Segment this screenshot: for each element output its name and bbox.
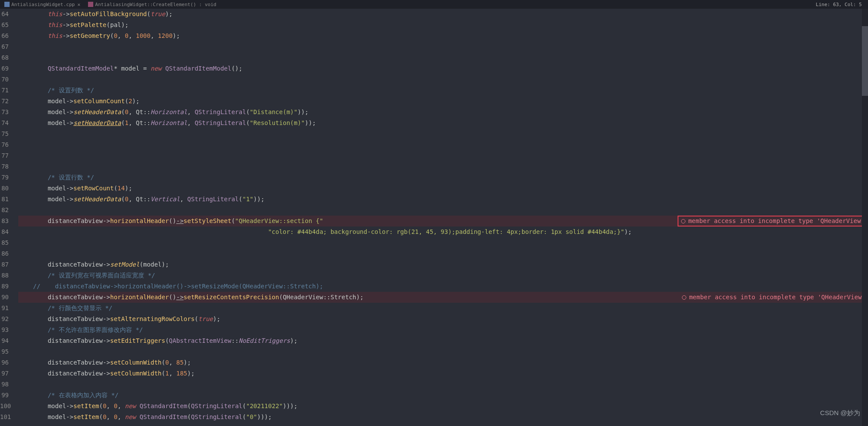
svg-rect-1 [88,2,93,7]
scrollbar-thumb[interactable] [862,26,868,96]
code-line [18,128,868,139]
code-line: model->setHeaderData(0, Qt::Horizontal, … [18,107,868,118]
watermark: CSDN @妙为 [820,409,860,417]
code-line: distanceTabview->setEditTriggers(QAbstra… [18,335,868,346]
code-editor[interactable]: 6465666768697071727374757677787980818283… [0,9,868,426]
code-line: /* 行颜色交替显示 */ [18,303,868,314]
code-line: distanceTabview->setColumnWidth(1, 185); [18,368,868,379]
error-annotation[interactable]: member access into incomplete type 'QHea… [678,216,868,227]
code-line: /* 在表格内加入内容 */ [18,390,868,401]
cpp-file-icon [4,2,10,7]
code-line [18,74,868,85]
vertical-scrollbar[interactable] [862,9,868,426]
code-line: distanceTabview->setModel(model); [18,259,868,270]
code-line: distanceTabview->setColumnWidth(0, 85); [18,357,868,368]
code-line: /* 设置列数 */ [18,85,868,96]
code-line: "color: #44b4da; background-color: rgb(2… [18,227,868,237]
error-icon [681,219,685,223]
tab-symbol[interactable]: AntialiasingWidget::CreateElement() : vo… [85,1,219,8]
code-line [18,139,868,150]
code-line: model->setColumnCount(2); [18,96,868,107]
error-icon [682,295,686,300]
code-line: model->setItem(0, 0, new QStandardItem(Q… [18,401,868,412]
code-line: /* 不允许在图形界面修改内容 */ [18,325,868,335]
svg-rect-0 [4,2,10,7]
code-line [18,52,868,63]
tab-file[interactable]: AntialiasingWidget.cpp ✕ [2,1,84,8]
code-content[interactable]: this->setAutoFillBackground(true); this-… [10,9,868,426]
code-line: this->setPalette(pal); [18,20,868,30]
code-line: model->setHeaderData(0, Qt::Vertical, QS… [18,194,868,205]
code-line [18,150,868,161]
code-line: this->setGeometry(0, 0, 1000, 1200); [18,30,868,41]
code-line: // distanceTabview->horizontalHeader()->… [18,281,868,292]
close-icon[interactable]: ✕ [77,2,81,7]
code-line: this->setAutoFillBackground(true); [18,9,868,20]
code-line [18,248,868,259]
function-icon [88,2,93,7]
tab-bar: AntialiasingWidget.cpp ✕ AntialiasingWid… [0,0,868,9]
code-line: QStandardItemModel* model = new QStandar… [18,63,868,74]
code-line [18,346,868,357]
code-line [18,237,868,248]
code-line-error: distanceTabview->horizontalHeader()->set… [18,216,868,227]
code-line: model->setItem(0, 0, new QStandardItem(Q… [18,412,868,423]
tab-label: AntialiasingWidget::CreateElement() : vo… [95,2,216,7]
code-line [18,379,868,390]
tab-label: AntialiasingWidget.cpp [11,2,75,7]
code-line [18,41,868,52]
code-line: /* 设置行数 */ [18,172,868,183]
cursor-position: Line: 63, Col: 5 [816,2,866,7]
code-line [18,205,868,216]
code-line [18,161,868,172]
code-line: /* 设置列宽在可视界面自适应宽度 */ [18,270,868,281]
code-line: model->setHeaderData(1, Qt::Horizontal, … [18,118,868,128]
error-annotation[interactable]: member access into incomplete type 'QHea… [679,292,868,303]
code-line: distanceTabview->setAlternatingRowColors… [18,314,868,325]
code-line: model->setRowCount(14); [18,183,868,194]
code-line-error: distanceTabview->horizontalHeader()->set… [18,292,868,303]
line-number-gutter: 6465666768697071727374757677787980818283… [0,9,10,426]
